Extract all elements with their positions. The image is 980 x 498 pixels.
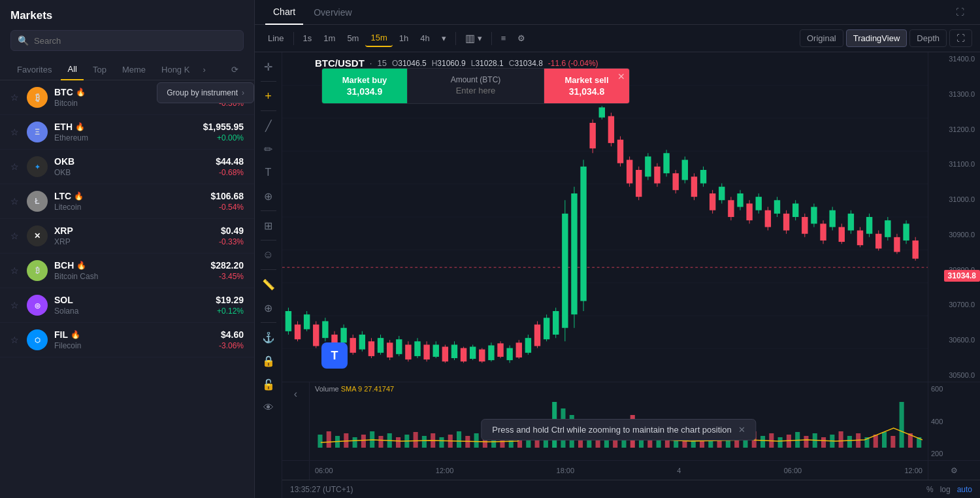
svg-rect-53: [756, 197, 762, 210]
expand-icon[interactable]: ⛶: [951, 1, 970, 24]
add-tool[interactable]: +: [259, 87, 278, 105]
interval-4h[interactable]: 4h: [415, 30, 434, 46]
time-axis-main: 06:00 12:00 18:00 4 06:00 12:00: [310, 461, 928, 480]
close-trade-icon[interactable]: ✕: [617, 71, 625, 82]
star-icon[interactable]: ☆: [10, 196, 19, 207]
view-depth-btn[interactable]: Depth: [909, 29, 947, 47]
svg-rect-35: [673, 173, 679, 190]
crosshair-tool[interactable]: ✛: [259, 58, 278, 76]
list-item[interactable]: ☆ Ξ ETH 🔥 Ethereum $1,955.95 +0.00%: [0, 115, 254, 150]
coin-info: OKB OKB: [54, 156, 209, 177]
svg-rect-162: [439, 437, 444, 448]
svg-rect-117: [414, 341, 420, 356]
star-icon[interactable]: ☆: [10, 92, 19, 103]
coin-list: ☆ ₿ BTC 🔥 Bitcoin $31,049.10 -0.36% ☆ Ξ …: [0, 80, 254, 498]
svg-rect-67: [820, 224, 826, 241]
price-level: 31000.0: [931, 195, 977, 203]
scroll-left-icon[interactable]: ‹: [287, 385, 305, 403]
search-input[interactable]: [34, 36, 237, 46]
tab-more-icon[interactable]: ›: [199, 59, 209, 80]
svg-rect-152: [353, 437, 357, 448]
market-buy-button[interactable]: Market buy 31,034.9: [322, 69, 407, 103]
tab-overview[interactable]: Overview: [306, 1, 359, 24]
star-icon[interactable]: ☆: [10, 335, 19, 345]
svg-rect-141: [525, 338, 531, 353]
tool-sep: [261, 269, 276, 270]
ctrl-hint-text: Press and hold Ctrl while zooming to mai…: [492, 425, 731, 435]
svg-rect-57: [774, 200, 780, 214]
emoji-tool[interactable]: ☺: [259, 246, 278, 264]
svg-rect-160: [422, 436, 427, 448]
close-hint-icon[interactable]: ✕: [738, 425, 745, 435]
market-sell-button[interactable]: ✕ Market sell 31,034.8: [544, 69, 629, 103]
magnet-tool[interactable]: ⚓: [259, 328, 278, 346]
svg-rect-148: [318, 435, 322, 448]
tab-hongk[interactable]: Hong K: [155, 59, 196, 80]
svg-rect-214: [890, 436, 895, 448]
pattern-tool[interactable]: ⊞: [259, 216, 278, 235]
amount-panel: Amount (BTC): [407, 69, 544, 103]
node-tool[interactable]: ⊕: [259, 187, 278, 205]
status-auto[interactable]: auto: [957, 485, 972, 494]
interval-1m[interactable]: 1m: [318, 30, 340, 46]
svg-rect-31: [654, 167, 660, 184]
interval-1s[interactable]: 1s: [298, 30, 318, 46]
toolbar-sep: [491, 32, 492, 45]
settings-btn[interactable]: ⚙: [512, 30, 531, 46]
svg-rect-91: [295, 325, 301, 340]
coin-info: FIL 🔥 Filecoin: [54, 329, 212, 350]
coin-price: $1,955.95 +0.00%: [203, 122, 244, 142]
text-tool[interactable]: T: [259, 163, 278, 182]
svg-rect-19: [599, 107, 605, 117]
view-original-btn[interactable]: Original: [800, 29, 843, 47]
lock-tool[interactable]: 🔒: [259, 352, 278, 370]
time-axis-settings-icon[interactable]: ⚙: [928, 461, 980, 480]
svg-rect-49: [737, 193, 743, 207]
svg-rect-212: [874, 435, 878, 448]
star-icon[interactable]: ☆: [10, 300, 19, 310]
view-tradingview-btn[interactable]: TradingView: [846, 29, 907, 47]
tab-refresh-icon[interactable]: ⟳: [226, 59, 244, 80]
star-icon[interactable]: ☆: [10, 231, 19, 241]
svg-rect-135: [497, 343, 503, 357]
svg-rect-21: [608, 116, 614, 143]
coin-sub: Filecoin: [54, 341, 212, 350]
interval-15m[interactable]: 15m: [365, 29, 392, 47]
tab-top[interactable]: Top: [86, 59, 113, 80]
tab-favorites[interactable]: Favorites: [10, 59, 58, 80]
sell-price: 31,034.8: [557, 86, 616, 97]
time-label: 12:00: [436, 467, 454, 474]
list-item[interactable]: ☆ ◎ SOL Solana $19.29 +0.12%: [0, 288, 254, 323]
tab-all[interactable]: All: [61, 59, 83, 80]
list-item[interactable]: ☆ ₿ BCH 🔥 Bitcoin Cash $282.20 -3.45%: [0, 254, 254, 288]
tool-sep: [261, 210, 276, 211]
interval-dropdown[interactable]: ▾: [436, 30, 451, 46]
line-draw-tool[interactable]: ╱: [259, 116, 278, 135]
star-icon[interactable]: ☆: [10, 265, 19, 276]
line-btn[interactable]: Line: [263, 30, 289, 46]
list-item[interactable]: ☆ Ł LTC 🔥 Litecoin $106.68 -0.54%: [0, 184, 254, 219]
list-item[interactable]: ☆ ✦ OKB OKB $44.48 -0.68%: [0, 150, 254, 184]
tab-meme[interactable]: Meme: [116, 59, 152, 80]
interval-1h[interactable]: 1h: [394, 30, 414, 46]
amount-input[interactable]: [421, 86, 531, 95]
buy-label: Market buy: [335, 75, 394, 85]
list-item[interactable]: ☆ ⬡ FIL 🔥 Filecoin $4.60 -3.06%: [0, 323, 254, 357]
eye-tool[interactable]: 👁: [259, 399, 278, 417]
chart-type-dropdown[interactable]: ▥ ▾: [460, 29, 487, 48]
svg-rect-123: [442, 347, 448, 362]
indicators-btn[interactable]: ≡: [496, 30, 512, 46]
pen-tool[interactable]: ✏: [259, 140, 278, 158]
search-box[interactable]: 🔍: [10, 30, 244, 51]
interval-5m[interactable]: 5m: [342, 30, 364, 46]
star-icon[interactable]: ☆: [10, 161, 19, 172]
tab-chart[interactable]: Chart: [265, 0, 303, 25]
current-price-badge: 31034.8: [944, 270, 980, 282]
view-fullscreen-btn[interactable]: ⛶: [949, 29, 972, 47]
list-item[interactable]: ☆ ✕ XRP XRP $0.49 -0.33%: [0, 219, 254, 254]
star-icon[interactable]: ☆: [10, 127, 19, 137]
measure-tool[interactable]: 📏: [259, 275, 278, 293]
unlock-tool[interactable]: 🔓: [259, 375, 278, 393]
zoom-tool[interactable]: ⊕: [259, 299, 278, 317]
svg-rect-101: [340, 328, 346, 343]
